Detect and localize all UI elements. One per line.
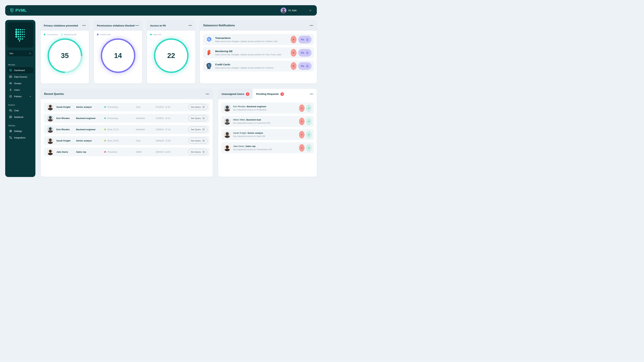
deny-request-button[interactable] (299, 144, 304, 152)
sidebar-item-settings[interactable]: Settings (7, 128, 33, 134)
query-status: Done: 00:52 (107, 140, 119, 142)
panel-title: Datasource Notifications (203, 24, 235, 27)
request-description: has requested access to Customers DB (233, 122, 270, 124)
query-status: Done: 01:22 (107, 128, 119, 131)
donut-chart: 35 (48, 38, 82, 73)
approve-request-button[interactable] (306, 104, 312, 112)
sidebar-item-chat[interactable]: Chat (7, 107, 33, 114)
approve-request-button[interactable] (306, 131, 312, 138)
notification-name: Credit Cards (215, 63, 274, 66)
fix-button[interactable]: Fix (298, 62, 312, 70)
approve-request-button[interactable] (306, 144, 312, 152)
sidebar-item-label: Users (14, 89, 20, 91)
see-query-button[interactable]: See Query (188, 149, 207, 155)
request-user-name: Sarah Knight, (233, 132, 247, 134)
query-user-name: Erin Rhodes (56, 128, 76, 131)
deny-request-button[interactable] (299, 104, 304, 112)
check-icon (308, 107, 310, 109)
avatar (47, 149, 54, 155)
user-menu-chevron-down-icon[interactable] (309, 9, 312, 12)
status-dot (104, 140, 106, 141)
see-query-button[interactable]: See Query (188, 126, 207, 132)
arrow-right-circle-icon (202, 150, 205, 153)
query-status: Processing: (107, 117, 118, 119)
query-user-role: Senior analyst (76, 106, 104, 108)
query-row: Sarah Knight Senior analyst Processing: … (44, 103, 210, 111)
more-menu-icon[interactable] (82, 24, 86, 27)
more-menu-icon[interactable] (310, 24, 314, 27)
workspace-selector[interactable]: Dev (7, 50, 33, 56)
deny-request-button[interactable] (299, 131, 304, 138)
request-user-name: Erin Rhodes, (233, 105, 246, 108)
sidebar-item-users[interactable]: Users (7, 87, 33, 93)
see-query-button[interactable]: See Query (188, 104, 207, 110)
notification-row: Transactions Data source has changed. Up… (203, 34, 314, 45)
card-title: Access to PII (150, 24, 166, 27)
user-avatar[interactable] (281, 8, 286, 13)
deny-request-button[interactable] (299, 118, 304, 125)
x-icon (301, 120, 303, 122)
tab-pending-requests[interactable]: Pending Requests 4 (253, 89, 287, 99)
notification-description: Data source has changed. Update access p… (215, 67, 274, 69)
dismiss-button[interactable] (291, 49, 296, 57)
query-time: 17:00 (165, 140, 170, 142)
check-circle-icon (9, 95, 12, 98)
tab-label: Unassigned Users (222, 92, 244, 95)
tab-unassigned-users[interactable]: Unassigned Users 3 (218, 89, 253, 99)
notification-row: Monitoring DB Data source has changed. U… (203, 47, 314, 58)
brand-logo[interactable]: PVML (10, 8, 27, 13)
query-user-name: Erin Rhodes (56, 117, 76, 119)
section-label-analyze: Analyze (8, 104, 33, 106)
request-description: has requested access to Production (233, 109, 266, 111)
notification-row: Credit Cards Data source has changed. Up… (203, 60, 314, 71)
more-menu-icon[interactable] (188, 24, 192, 27)
query-time: 11:43 (165, 106, 170, 108)
dismiss-button[interactable] (291, 62, 296, 70)
avatar (47, 115, 54, 121)
tab-label: Pending Requests (256, 92, 279, 95)
pvml-dots-logo-icon (10, 8, 14, 13)
chart-legend: Transactions Monitoring DB (44, 33, 89, 35)
section-label-settings: Settings (8, 124, 33, 126)
sidebar-item-policies[interactable]: Policies (7, 93, 33, 99)
query-date: 07/10/24 (156, 106, 164, 108)
check-icon (308, 133, 310, 136)
person-icon (9, 88, 12, 91)
sidebar-item-label: Groups (14, 82, 21, 85)
section-label-manage: Manage (8, 64, 33, 66)
sidebar-item-notebook[interactable]: Notebook (7, 114, 33, 120)
see-query-label: See Query (191, 128, 201, 131)
arrow-right-circle-icon (202, 117, 205, 120)
query-row: Jake Davis Sales rep Prevented ODBC 04/0… (44, 147, 210, 156)
request-row: Jake Davis, Sales rep has requested acce… (221, 142, 314, 153)
check-icon (308, 120, 310, 123)
see-query-label: See Query (191, 106, 201, 108)
user-requests-panel: Unassigned Users 3 Pending Requests 4 Er… (218, 89, 317, 177)
fix-button[interactable]: Fix (298, 36, 312, 43)
more-menu-icon[interactable] (310, 93, 314, 95)
request-user-name: Jake Davis, (233, 145, 245, 147)
x-icon (301, 107, 303, 109)
request-description: has requested access to Sales DB (233, 135, 265, 137)
legend-label: Credit Cards (100, 33, 111, 35)
more-menu-icon[interactable] (206, 93, 210, 95)
avatar (224, 105, 230, 111)
sidebar-item-dashboard[interactable]: Dashboard (7, 67, 33, 73)
fix-button-label: Fix (301, 38, 304, 41)
notification-description: Data source has changed. Update access p… (215, 40, 278, 42)
query-date: 21/08/24 (156, 117, 164, 119)
see-query-button[interactable]: See Query (188, 115, 207, 121)
request-description: has requested access to Transactions DB (233, 148, 272, 151)
more-menu-icon[interactable] (135, 24, 139, 27)
sidebar-item-groups[interactable]: Groups (7, 80, 33, 86)
sidebar-item-data-sources[interactable]: Data Sources (7, 73, 33, 80)
see-query-button[interactable]: See Query (188, 138, 207, 144)
query-channel: Chat (136, 140, 156, 142)
query-time: 10:22 (165, 117, 170, 119)
check-icon (308, 147, 310, 149)
query-user-role: Backend engineer (76, 128, 104, 131)
approve-request-button[interactable] (306, 118, 312, 125)
dismiss-button[interactable] (291, 36, 296, 43)
sidebar-item-integrations[interactable]: Integrations (7, 134, 33, 141)
fix-button[interactable]: Fix (298, 49, 312, 57)
